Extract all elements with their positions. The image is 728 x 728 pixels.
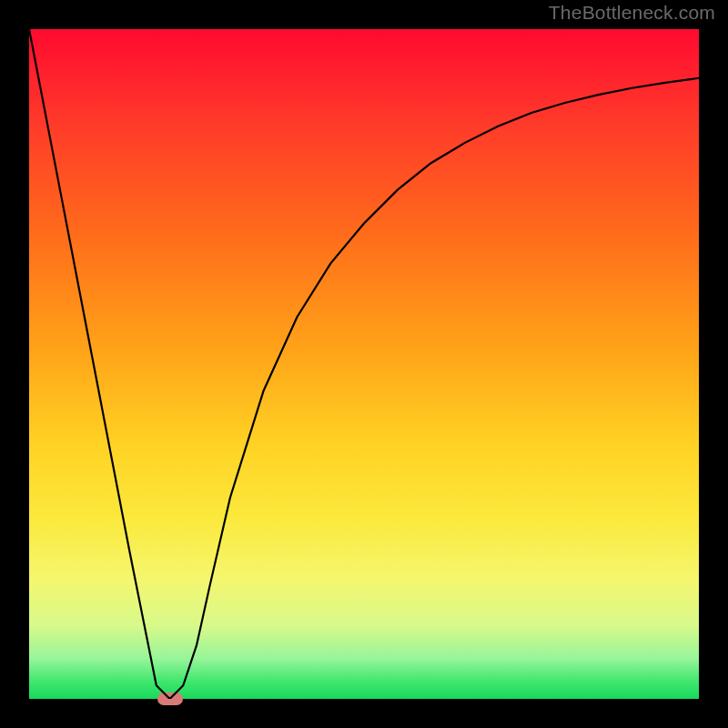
- bottleneck-curve: [29, 29, 699, 699]
- watermark-text: TheBottleneck.com: [549, 2, 715, 24]
- curve-path: [29, 29, 699, 699]
- plot-area: [29, 29, 699, 699]
- chart-container: TheBottleneck.com: [0, 0, 728, 728]
